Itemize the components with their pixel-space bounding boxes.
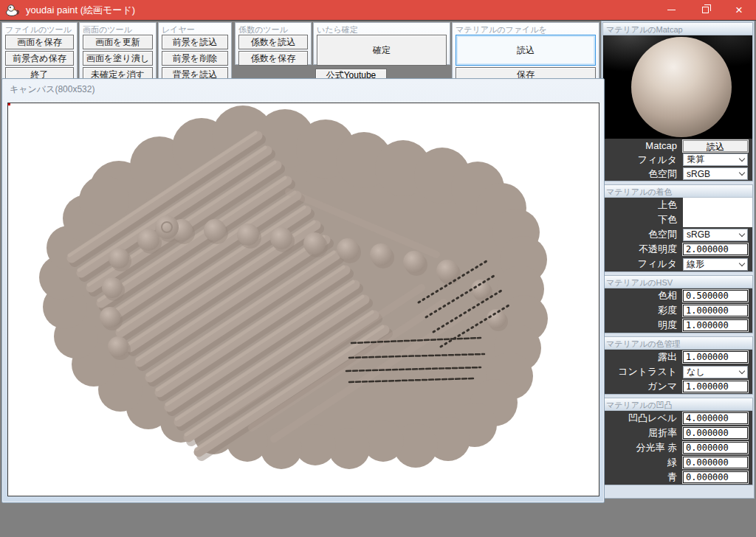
matcap-colorspace-row: 色空間 sRGB (603, 167, 752, 181)
value-label: 明度 (603, 319, 683, 332)
canvas-window-title: キャンバス(800x532) (10, 83, 94, 96)
matcap-load-button[interactable]: 読込 (683, 140, 748, 152)
bump-level-label: 凹凸レベル (603, 412, 683, 425)
minimize-icon (667, 10, 676, 10)
confirm-button[interactable]: 確定 (317, 35, 447, 66)
top-color-swatch[interactable] (683, 198, 752, 212)
saturation-row: 彩度 (603, 303, 752, 318)
save-coefficients-button[interactable]: 係数を保存 (238, 51, 308, 66)
gamma-label: ガンマ (603, 380, 683, 393)
refresh-screen-button[interactable]: 画面を更新 (83, 35, 153, 49)
spectral-red-row: 分光率 赤 (603, 440, 752, 455)
coloring-filter-row: フィルタ 線形 (603, 257, 752, 271)
refraction-input[interactable] (683, 427, 748, 439)
opacity-row: 不透明度 (603, 242, 752, 257)
chevron-down-icon (739, 260, 745, 266)
spectral-green-input[interactable] (683, 457, 748, 468)
exposure-row: 露出 (603, 350, 752, 364)
painting (8, 103, 599, 496)
matcap-preview (603, 35, 752, 139)
window-controls: × (654, 0, 756, 21)
chevron-down-icon (739, 156, 745, 162)
spectral-green-label: 緑 (603, 456, 683, 469)
app-workspace: ファイルのツール 画面を保存 前景含め保存 終了 画面のツール 画面を更新 画面… (0, 21, 756, 537)
spectral-blue-row: 青 (603, 470, 752, 485)
coloring-colorspace-label: 色空間 (603, 228, 683, 241)
titlebar[interactable]: youdai paint (絵画モード) × (0, 0, 756, 21)
section-hsv-header: マテリアルのHSV (603, 276, 752, 288)
close-icon: × (735, 4, 743, 16)
toolgroup-material-file-label: マテリアルのファイルを (453, 23, 599, 35)
canvas-origin-marker (8, 103, 10, 105)
coloring-colorspace-dropdown[interactable]: sRGB (683, 229, 748, 241)
toolgroup-layer-label: レイヤー (159, 23, 231, 35)
opacity-label: 不透明度 (603, 243, 683, 256)
value-row: 明度 (603, 318, 752, 333)
section-color-management-header: マテリアルの色管理 (603, 337, 752, 350)
bottom-color-row: 下色 (603, 212, 752, 227)
section-color-management: マテリアルの色管理 露出 コントラスト なし ガンマ (602, 336, 753, 395)
top-color-row: 上色 (603, 198, 752, 212)
contrast-row: コントラスト なし (603, 364, 752, 379)
paint-canvas[interactable] (7, 103, 599, 496)
exposure-input[interactable] (683, 351, 748, 363)
toolgroup-material-file: マテリアルのファイルを 読込 保存 (452, 22, 599, 81)
bottom-color-label: 下色 (603, 213, 683, 226)
toolgroup-file-label: ファイルのツール (2, 23, 77, 35)
refraction-row: 屈折率 (603, 426, 752, 440)
matcap-colorspace-dropdown[interactable]: sRGB (683, 167, 748, 180)
section-bump: マテリアルの凹凸 凹凸レベル 屈折率 分光率 赤 緑 青 (602, 398, 753, 485)
spectral-blue-label: 青 (603, 471, 683, 484)
section-hsv: マテリアルのHSV 色相 彩度 明度 (602, 275, 753, 333)
toolgroup-coefficients-label: 係数のツール (236, 23, 311, 35)
saturation-input[interactable] (683, 305, 748, 316)
gamma-row: ガンマ (603, 379, 752, 394)
section-matcap: マテリアルのMatcap Matcap 読込 フィルタ 乗算 色空間 sRGB (602, 22, 753, 181)
fill-screen-button[interactable]: 画面を塗り潰し (83, 51, 153, 66)
spectral-green-row: 緑 (603, 455, 752, 470)
save-screen-button[interactable]: 画面を保存 (5, 35, 74, 49)
coloring-filter-label: フィルタ (603, 257, 683, 271)
refraction-label: 屈折率 (603, 426, 683, 440)
contrast-dropdown[interactable]: なし (683, 366, 748, 378)
gamma-input[interactable] (683, 381, 748, 392)
bump-level-input[interactable] (683, 412, 748, 424)
spectral-red-input[interactable] (683, 442, 748, 454)
toolgroup-screen-label: 画面のツール (80, 23, 156, 35)
restore-icon (702, 7, 709, 13)
canvas-window: キャンバス(800x532) (1, 78, 605, 503)
spectral-blue-input[interactable] (683, 471, 748, 483)
load-foreground-button[interactable]: 前景を読込 (162, 35, 228, 49)
close-button[interactable]: × (722, 0, 756, 21)
minimize-button[interactable] (654, 0, 688, 21)
toolgroup-layer: レイヤー 前景を読込 前景を削除 背景を読込 (158, 22, 232, 81)
section-matcap-header: マテリアルのMatcap (603, 23, 752, 35)
exposure-label: 露出 (603, 350, 683, 364)
hue-input[interactable] (683, 290, 748, 302)
coloring-filter-dropdown[interactable]: 線形 (683, 258, 748, 271)
app-title: youdai paint (絵画モード) (26, 4, 135, 17)
opacity-input[interactable] (683, 243, 748, 255)
toolgroup-coefficients: 係数のツール 係数を読込 係数を保存 (235, 22, 312, 65)
matcap-colorspace-label: 色空間 (603, 167, 683, 181)
matcap-label: Matcap (603, 140, 683, 151)
top-color-label: 上色 (603, 198, 683, 212)
toolgroup-confirm: いたら確定 確定 (313, 22, 450, 65)
restore-button[interactable] (688, 0, 722, 21)
matcap-row: Matcap 読込 (603, 139, 752, 153)
save-with-foreground-button[interactable]: 前景含め保存 (5, 51, 74, 66)
app-icon (5, 3, 20, 18)
matcap-filter-dropdown[interactable]: 乗算 (683, 153, 748, 166)
load-coefficients-button[interactable]: 係数を読込 (238, 35, 308, 49)
chevron-down-icon (739, 367, 745, 373)
section-coloring: マテリアルの着色 上色 下色 色空間 sRGB 不透明度 フィルタ (602, 184, 753, 272)
spectral-red-label: 分光率 赤 (603, 441, 683, 454)
material-load-button[interactable]: 読込 (456, 35, 596, 66)
hue-row: 色相 (603, 288, 752, 303)
bottom-color-swatch[interactable] (683, 212, 752, 227)
matcap-sphere-icon (631, 37, 732, 137)
delete-foreground-button[interactable]: 前景を削除 (162, 51, 228, 66)
toolgroup-confirm-label: いたら確定 (314, 23, 450, 35)
value-input[interactable] (683, 319, 748, 331)
section-coloring-header: マテリアルの着色 (603, 185, 752, 198)
